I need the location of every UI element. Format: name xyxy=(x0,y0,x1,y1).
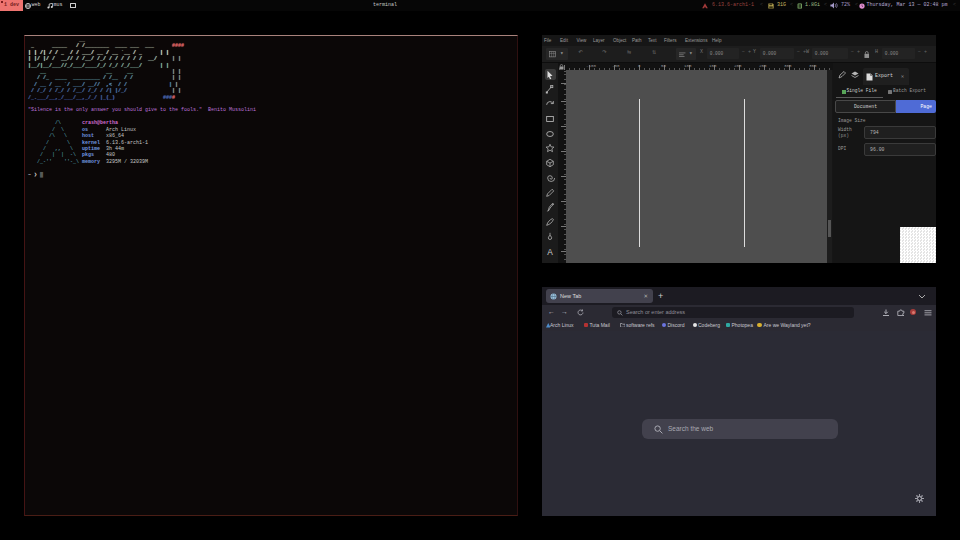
svg-text:A: A xyxy=(547,247,553,257)
